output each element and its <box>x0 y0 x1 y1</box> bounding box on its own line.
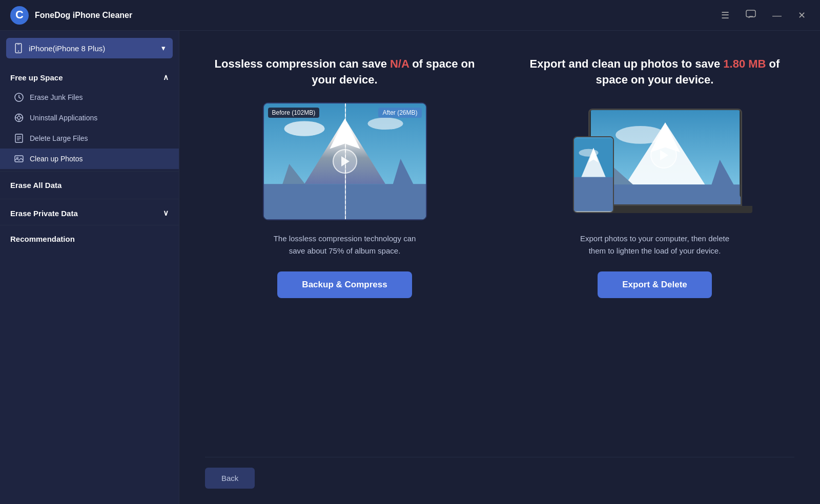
clock-icon <box>14 93 24 102</box>
sidebar-item-recommendation[interactable]: Recommendation <box>0 227 179 250</box>
export-card-title: Export and clean up photos to save 1.80 … <box>515 56 794 88</box>
apps-icon <box>14 113 24 122</box>
export-card: Export and clean up photos to save 1.80 … <box>515 56 794 298</box>
app-title: FoneDog iPhone Cleaner <box>35 11 132 20</box>
export-delete-button[interactable]: Export & Delete <box>598 271 712 298</box>
sidebar-item-erase-private[interactable]: Erase Private Data ∨ <box>0 201 179 223</box>
svg-point-8 <box>17 116 20 119</box>
close-button[interactable]: ✕ <box>794 9 810 22</box>
collapse-icon: ∧ <box>163 73 169 82</box>
sidebar-item-erase-junk[interactable]: Erase Junk Files <box>0 87 179 108</box>
divider-2 <box>0 199 179 199</box>
erase-all-label: Erase All Data <box>10 181 61 190</box>
main-content: Lossless compression can save N/A of spa… <box>179 31 820 504</box>
sidebar-section-free-up-space: Free up Space ∧ Erase Junk Files <box>0 66 179 169</box>
chat-button[interactable] <box>742 8 760 23</box>
app-logo-icon: C <box>10 6 29 25</box>
uninstall-apps-label: Uninstall Applications <box>30 114 97 122</box>
back-button[interactable]: Back <box>205 468 255 489</box>
bottom-bar: Back <box>205 457 794 489</box>
play-button-compress[interactable] <box>333 149 357 174</box>
compress-description: The lossless compression technology can … <box>268 233 422 257</box>
free-up-space-header[interactable]: Free up Space ∧ <box>0 66 179 87</box>
svg-rect-2 <box>746 10 755 17</box>
sidebar-item-erase-all[interactable]: Erase All Data <box>0 174 179 197</box>
divider-3 <box>0 225 179 225</box>
device-label: iPhone(iPhone 8 Plus) <box>29 44 105 53</box>
compress-image: Before (102MB) After (26MB) <box>263 102 427 220</box>
sidebar: iPhone(iPhone 8 Plus) ▾ Free up Space ∧ … <box>0 31 179 504</box>
sidebar-item-delete-large[interactable]: Delete Large Files <box>0 128 179 149</box>
menu-button[interactable]: ☰ <box>717 9 733 22</box>
devices-image <box>568 102 742 220</box>
divider-1 <box>0 171 179 172</box>
title-bar: C FoneDog iPhone Cleaner ☰ — ✕ <box>0 0 820 31</box>
compress-card-title: Lossless compression can save N/A of spa… <box>205 56 484 88</box>
app-body: iPhone(iPhone 8 Plus) ▾ Free up Space ∧ … <box>0 31 820 504</box>
svg-point-20 <box>284 121 324 136</box>
export-description: Export photos to your computer, then del… <box>578 233 732 257</box>
compress-card: Lossless compression can save N/A of spa… <box>205 56 484 298</box>
recommendation-label: Recommendation <box>10 235 75 243</box>
title-bar-controls: ☰ — ✕ <box>717 8 810 23</box>
phone-icon <box>13 43 24 53</box>
svg-rect-5 <box>17 45 20 45</box>
svg-point-4 <box>18 51 19 52</box>
sidebar-item-uninstall-apps[interactable]: Uninstall Applications <box>0 108 179 128</box>
device-selector[interactable]: iPhone(iPhone 8 Plus) ▾ <box>6 38 173 58</box>
file-list-icon <box>14 134 24 143</box>
photos-icon <box>14 154 24 163</box>
minimize-button[interactable]: — <box>768 9 786 22</box>
cards-row: Lossless compression can save N/A of spa… <box>205 51 794 457</box>
delete-large-label: Delete Large Files <box>30 134 88 142</box>
badge-before: Before (102MB) <box>268 108 320 118</box>
svg-point-21 <box>367 117 403 130</box>
play-triangle-icon-2 <box>660 150 668 160</box>
clean-photos-label: Clean up Photos <box>30 155 83 163</box>
backup-compress-button[interactable]: Backup & Compress <box>277 271 412 298</box>
phone-screen <box>574 137 613 212</box>
phone-mockup <box>573 136 614 213</box>
free-up-space-label: Free up Space <box>10 73 63 82</box>
svg-text:C: C <box>15 8 24 21</box>
sidebar-item-clean-photos[interactable]: Clean up Photos <box>0 149 179 169</box>
badge-after: After (26MB) <box>378 108 421 118</box>
erase-junk-label: Erase Junk Files <box>30 93 83 101</box>
erase-private-label: Erase Private Data <box>10 209 78 218</box>
title-bar-left: C FoneDog iPhone Cleaner <box>10 6 132 25</box>
play-triangle-icon <box>341 156 350 166</box>
phone-screen-svg <box>574 137 613 212</box>
expand-icon: ∨ <box>163 208 169 218</box>
chevron-down-icon: ▾ <box>161 44 166 53</box>
svg-rect-38 <box>574 177 613 211</box>
play-button-export[interactable] <box>650 142 677 169</box>
